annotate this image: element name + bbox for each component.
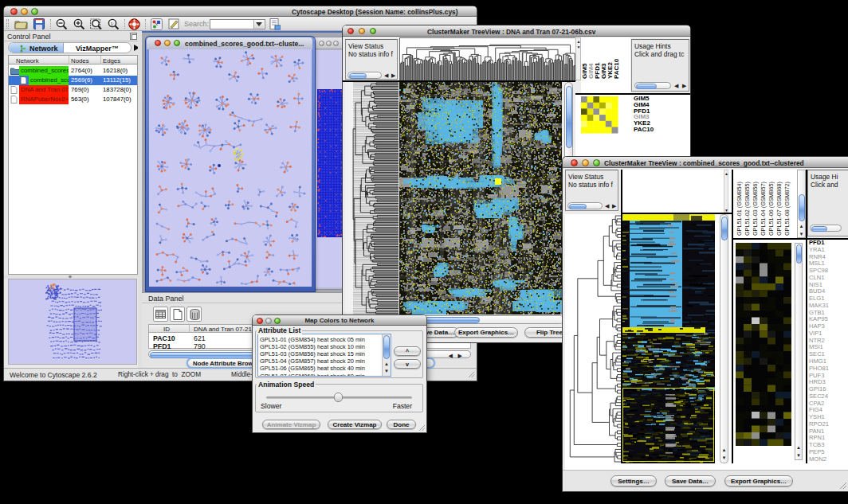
svg-text:1:: 1:	[110, 21, 114, 26]
